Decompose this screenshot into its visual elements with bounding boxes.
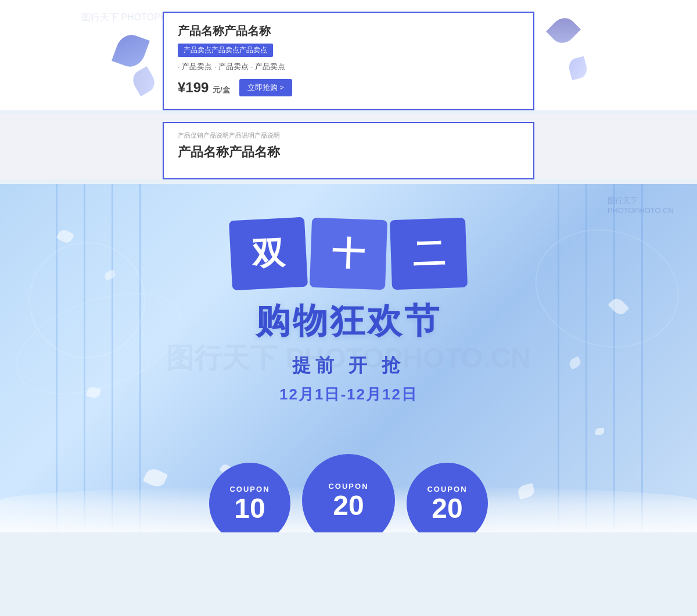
coupon-1[interactable]: COUPON 10	[209, 463, 290, 532]
product-features: · 产品卖点 · 产品卖点 · 产品卖点	[178, 62, 519, 72]
watermark-corner: 图行天下PHOTOPHOTO.CN	[608, 196, 674, 215]
price-symbol: ¥	[178, 80, 185, 95]
banner-date: 12月1日-12月12日	[145, 384, 552, 405]
product-card-top: 产品名称产品名称 产品卖点产品卖点产品卖点 · 产品卖点 · 产品卖点 · 产品…	[163, 12, 534, 110]
coupon-amount-3: 20	[432, 495, 462, 523]
product-card-second: 产品促销产品说明产品说明产品说明 产品名称产品名称	[163, 122, 534, 179]
coupon-label-2: COUPON	[328, 482, 368, 491]
decorative-petal-2	[129, 66, 158, 96]
banner-subtitle: 提前 开 抢	[145, 353, 552, 379]
product-title-second: 产品名称产品名称	[178, 143, 519, 161]
logo-char-1: 双	[252, 237, 286, 271]
coupon-amount-1: 10	[234, 495, 265, 523]
decorative-petal-1	[112, 31, 150, 71]
coupon-label-3: COUPON	[427, 485, 467, 493]
product-tag-btn[interactable]: 产品卖点产品卖点产品卖点	[178, 44, 273, 57]
logo-block-2: 十	[310, 218, 387, 290]
buy-now-button[interactable]: 立即抢购 >	[239, 79, 292, 96]
banner-content: 双 十 二 购物狂欢节 提前 开 抢 12月1日-12月12日	[145, 219, 552, 422]
coupon-row: COUPON 10 COUPON 20 COUPON 20	[209, 440, 488, 532]
product-desc-small: 产品促销产品说明产品说明产品说明	[178, 131, 519, 140]
product-title: 产品名称产品名称	[178, 23, 519, 39]
logo-char-3: 二	[412, 237, 445, 271]
product-price-row: ¥199 元/盒 立即抢购 >	[178, 79, 519, 96]
price-unit: 元/盒	[213, 85, 230, 94]
banner-section: 双 十 二 购物狂欢节 提前 开 抢 12月1日-12月12日 COUPON 1…	[0, 184, 697, 532]
coupon-2[interactable]: COUPON 20	[302, 454, 395, 532]
coupon-amount-2: 20	[333, 492, 364, 520]
banner-main-title: 购物狂欢节	[145, 298, 552, 345]
top-product-section: 图行天下 PHOTOPHOTO.CN 产品名称产品名称 产品卖点产品卖点产品卖点…	[0, 0, 697, 110]
snow-petal-6	[595, 428, 604, 435]
decorative-petal-3	[546, 13, 581, 48]
second-product-section: 产品促销产品说明产品说明产品说明 产品名称产品名称	[0, 114, 697, 179]
logo-row: 双 十 二	[145, 219, 552, 289]
coupon-label-1: COUPON	[229, 485, 270, 493]
logo-char-2: 十	[332, 237, 365, 271]
decorative-petal-4	[567, 56, 589, 81]
logo-block-3: 二	[390, 218, 468, 290]
product-price: ¥199 元/盒	[178, 80, 230, 96]
logo-block-1: 双	[229, 217, 308, 291]
coupon-3[interactable]: COUPON 20	[407, 463, 488, 532]
price-value: 199	[185, 80, 209, 95]
